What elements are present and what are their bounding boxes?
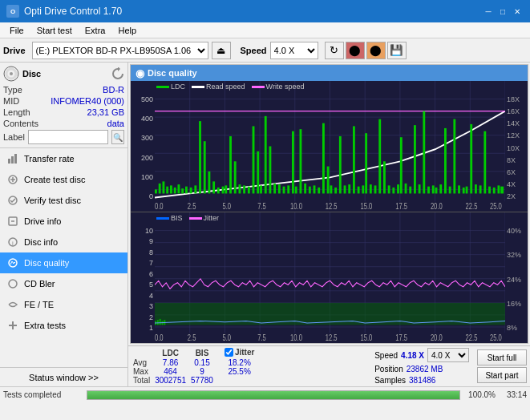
svg-rect-111 (483, 131, 486, 194)
nav-menu: Transfer rate Create test disc Verify te… (0, 148, 127, 367)
contents-label: Contents (3, 119, 38, 128)
top-chart-legend: LDC Read speed Write speed (156, 83, 304, 91)
status-window-button[interactable]: Status window >> (0, 367, 127, 386)
svg-text:7.5: 7.5 (257, 333, 266, 342)
maximize-button[interactable]: □ (496, 5, 509, 18)
burn-button[interactable]: ⬤ (366, 42, 386, 59)
nav-extra-tests[interactable]: Extra tests (0, 315, 127, 336)
svg-rect-86 (374, 185, 377, 193)
avg-jitter: 18.2% (225, 358, 259, 367)
disc-contents-row: Contents data (3, 119, 124, 128)
max-row: Max 464 9 25.5% (133, 367, 259, 376)
total-row: Total 3002751 57780 (133, 376, 259, 385)
progress-time: 33:14 (499, 390, 527, 399)
jitter-legend-label: Jitter (204, 214, 220, 222)
svg-rect-61 (265, 116, 267, 194)
svg-rect-36 (159, 184, 161, 194)
speed-selector[interactable]: 4.0 X (427, 348, 469, 362)
nav-cd-bler[interactable]: CD Bler (0, 273, 127, 294)
svg-rect-41 (178, 184, 180, 193)
drive-select[interactable]: (E:) PLEXTOR BD-R PX-LB950SA 1.06 (32, 42, 208, 59)
nav-disc-quality[interactable]: Disc quality (0, 252, 127, 273)
svg-text:0.0: 0.0 (155, 333, 164, 342)
disc-quality-icon (6, 256, 19, 269)
right-panel: ◉ Disc quality 500 400 300 200 100 0 (128, 63, 530, 386)
chart-container: ◉ Disc quality 500 400 300 200 100 0 (130, 64, 528, 344)
disc-icon (3, 66, 19, 82)
speed-label-static: Speed (374, 351, 398, 360)
position-row: Position 23862 MB (374, 365, 469, 374)
label-input[interactable] (28, 130, 108, 144)
drivebar: Drive (E:) PLEXTOR BD-R PX-LB950SA 1.06 … (0, 38, 530, 63)
create-test-disc-icon (6, 173, 19, 186)
ldc-legend-item: LDC (156, 83, 185, 91)
chart-header-icon: ◉ (136, 67, 144, 79)
svg-rect-58 (253, 126, 255, 193)
svg-rect-76 (330, 185, 333, 193)
bis-legend-label: BIS (171, 214, 183, 222)
svg-text:2.5: 2.5 (188, 202, 196, 211)
menu-start-test[interactable]: Start test (30, 22, 79, 38)
nav-transfer-rate[interactable]: Transfer rate (0, 148, 127, 169)
eject-button[interactable]: ⏏ (212, 42, 231, 59)
svg-rect-49 (212, 181, 215, 193)
svg-rect-73 (318, 188, 320, 194)
nav-disc-info[interactable]: i Disc info (0, 232, 127, 252)
minimize-button[interactable]: ─ (482, 5, 495, 18)
disc-refresh-icon[interactable] (111, 67, 124, 80)
svg-rect-48 (208, 172, 211, 194)
nav-create-test-disc[interactable]: Create test disc (0, 169, 127, 190)
menu-extra[interactable]: Extra (79, 22, 112, 38)
nav-verify-test-disc[interactable]: Verify test disc (0, 190, 127, 211)
svg-text:22.5: 22.5 (466, 202, 478, 211)
label-search-button[interactable]: 🔍 (111, 130, 124, 144)
samples-value: 381486 (409, 376, 435, 385)
nav-fe-te[interactable]: FE / TE (0, 294, 127, 315)
bottom-chart-y-right: 40% 32% 24% 16% 8% (505, 212, 528, 343)
bis-legend-color (156, 217, 169, 220)
mid-value: INFOMER40 (000) (51, 96, 124, 106)
start-part-button[interactable]: Start part (477, 367, 527, 383)
top-chart-svg: 0.0 2.5 5.0 7.5 10.0 12.5 15.0 17.5 20.0… (155, 81, 505, 212)
close-button[interactable]: ✕ (511, 5, 524, 18)
nav-cd-bler-label: CD Bler (24, 279, 55, 289)
svg-rect-101 (439, 184, 442, 193)
svg-rect-50 (217, 188, 220, 194)
nav-disc-info-label: Disc info (24, 237, 58, 247)
nav-drive-info[interactable]: Drive info (0, 211, 127, 232)
svg-rect-46 (199, 121, 201, 193)
svg-rect-108 (470, 124, 472, 194)
status-window-label: Status window >> (29, 373, 99, 382)
top-chart-y-left: 500 400 300 200 100 0 (131, 81, 155, 212)
svg-rect-3 (8, 159, 10, 164)
color-button[interactable]: ⬤ (346, 42, 365, 59)
speed-select[interactable]: 4.0 X (270, 42, 318, 59)
bis-legend-item: BIS (156, 214, 183, 222)
chart-title: Disc quality (148, 68, 197, 78)
progress-percent: 100.0% (463, 390, 496, 399)
avg-row: Avg 7.86 0.15 18.2% (133, 358, 259, 367)
svg-text:10.0: 10.0 (290, 202, 302, 211)
svg-rect-80 (348, 184, 350, 193)
svg-rect-82 (358, 187, 360, 194)
svg-rect-17 (12, 321, 14, 329)
jitter-header-label: Jitter (235, 348, 254, 357)
menu-file[interactable]: File (3, 22, 30, 38)
refresh-button[interactable]: ↻ (325, 42, 344, 59)
svg-rect-95 (414, 125, 416, 193)
svg-rect-43 (185, 187, 188, 194)
svg-rect-63 (273, 184, 276, 194)
nav-extra-tests-label: Extra tests (24, 321, 66, 330)
jitter-legend-color (189, 217, 202, 220)
menu-help[interactable]: Help (111, 22, 143, 38)
titlebar: O Opti Drive Control 1.70 ─ □ ✕ (0, 0, 530, 22)
svg-rect-42 (181, 188, 184, 193)
max-jitter: 25.5% (225, 367, 259, 376)
verify-test-disc-icon (6, 194, 19, 207)
start-full-button[interactable]: Start full (477, 349, 527, 365)
samples-label: Samples (374, 376, 406, 385)
jitter-checkbox[interactable] (225, 348, 233, 357)
save-button[interactable]: 💾 (387, 42, 407, 59)
svg-rect-45 (194, 185, 196, 193)
top-chart-plot: LDC Read speed Write speed (155, 81, 505, 212)
